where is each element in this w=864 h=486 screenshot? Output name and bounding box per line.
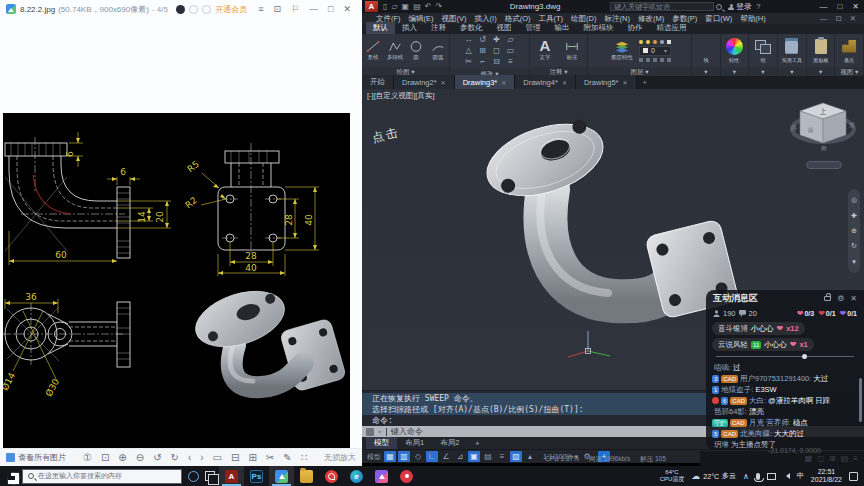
- ribbon-tab[interactable]: 注释: [424, 22, 453, 34]
- osnap-icon[interactable]: ▣: [468, 451, 480, 462]
- print-icon[interactable]: ⊟: [231, 449, 239, 467]
- clock[interactable]: 22:51 2021/8/22: [811, 468, 842, 484]
- viewport-controls-label[interactable]: [-][自定义视图][真实]: [367, 91, 435, 101]
- minimize-icon[interactable]: —: [304, 4, 323, 14]
- more-tools-icon[interactable]: ∷: [301, 449, 307, 467]
- chat-scrollbar[interactable]: [859, 378, 862, 422]
- modify-tool-icon[interactable]: △: [462, 46, 476, 57]
- close-icon[interactable]: ✕: [338, 4, 356, 14]
- file-tab[interactable]: Drawing4*✕: [515, 75, 576, 89]
- transparency-icon[interactable]: ▧: [510, 451, 522, 462]
- modify-tool-icon[interactable]: ✂: [462, 57, 476, 68]
- new-drawing-tab[interactable]: +: [637, 76, 653, 89]
- start-button[interactable]: [0, 466, 22, 486]
- text-tool[interactable]: A 文字: [533, 39, 557, 62]
- maximize-icon[interactable]: □: [832, 2, 847, 11]
- command-customize-icon[interactable]: [366, 428, 374, 436]
- basepoint-panel[interactable]: 基点 视图 ▾: [835, 34, 864, 76]
- viewcube-wcs-menu[interactable]: [806, 161, 842, 169]
- next-image-icon[interactable]: ›: [200, 449, 203, 467]
- chat-opacity-slider[interactable]: [716, 354, 854, 360]
- arc-tool[interactable]: 圆弧: [429, 40, 448, 62]
- heart-counter[interactable]: ❤ 0/1: [840, 309, 857, 318]
- dimension-tool[interactable]: 标注: [560, 40, 584, 62]
- layout-tab[interactable]: 模型: [366, 437, 397, 449]
- chat-close-icon[interactable]: ✕: [850, 294, 857, 303]
- modify-tool-icon[interactable]: ⌐: [476, 57, 490, 68]
- crop-icon[interactable]: ✂: [266, 449, 274, 467]
- minimize-icon[interactable]: —: [814, 2, 832, 11]
- help-search-input[interactable]: 键入关键字或短语: [610, 2, 714, 11]
- cpu-temp-widget[interactable]: 64°C CPU温度: [660, 469, 685, 483]
- chat-settings-icon[interactable]: ⚙: [837, 294, 844, 303]
- vip-button[interactable]: 开通会员: [215, 4, 247, 15]
- modify-tool-icon[interactable]: ✚: [490, 35, 504, 46]
- signin-button[interactable]: 登录: [736, 1, 752, 12]
- ribbon-tab[interactable]: 插入: [395, 22, 424, 34]
- original-size-icon[interactable]: ①: [83, 449, 92, 467]
- layout-tab[interactable]: 布局2: [432, 437, 467, 449]
- showmotion-icon[interactable]: ▾: [852, 258, 856, 266]
- doc-close-icon[interactable]: ✕: [846, 14, 860, 23]
- menu-icon[interactable]: ≡: [253, 4, 268, 14]
- layer-tool-icons[interactable]: [639, 58, 671, 62]
- inference-icon[interactable]: ◇: [412, 451, 424, 462]
- prev-image-icon[interactable]: ‹: [188, 449, 191, 467]
- close-tab-icon[interactable]: ✕: [501, 79, 506, 86]
- close-icon[interactable]: ✕: [847, 2, 864, 11]
- modify-tool-icon[interactable]: ≡: [504, 57, 518, 68]
- modify-tool-icon[interactable]: ⊟: [490, 57, 504, 68]
- open-file-icon[interactable]: ▱: [389, 2, 399, 11]
- file-tab[interactable]: Drawing3*✕: [455, 75, 516, 89]
- circle-tool-icon-2[interactable]: [202, 5, 211, 14]
- task-view-button[interactable]: [205, 471, 215, 481]
- layout-tab[interactable]: +: [467, 438, 487, 449]
- taskbar-app-imageviewer[interactable]: [269, 466, 294, 486]
- taskbar-app-video[interactable]: [319, 466, 344, 486]
- polar-icon[interactable]: ∠: [440, 451, 452, 462]
- autocad-logo-icon[interactable]: A: [365, 1, 378, 12]
- viewcube[interactable]: 上 前 西 南 东: [788, 97, 858, 157]
- copy-icon[interactable]: ⊞: [248, 449, 256, 467]
- zoom-in-icon[interactable]: ⊕: [118, 449, 126, 467]
- snap-icon[interactable]: ▥: [398, 451, 410, 462]
- doc-minimize-icon[interactable]: —: [816, 14, 832, 23]
- zoom-out-icon[interactable]: ⊖: [136, 449, 144, 467]
- otrack-icon[interactable]: ▤: [482, 451, 494, 462]
- rotate-left-icon[interactable]: ↺: [153, 449, 161, 467]
- ribbon-tab[interactable]: 精选应用: [650, 22, 694, 34]
- menu-item[interactable]: 窗口(W): [701, 14, 736, 24]
- taskbar-app-edge[interactable]: e: [344, 466, 369, 486]
- view-all-images-button[interactable]: 查看所有图片: [18, 452, 66, 463]
- lineweight-icon[interactable]: ≡: [496, 451, 508, 462]
- fit-window-icon[interactable]: ⊡: [268, 4, 286, 14]
- grid-icon[interactable]: ▦: [384, 451, 396, 462]
- microphone-icon[interactable]: [756, 473, 760, 480]
- weather-widget[interactable]: ☁ 22°C 多云: [691, 471, 736, 481]
- ribbon-tab[interactable]: 协作: [621, 22, 650, 34]
- annotation-scale-icon[interactable]: ▴: [524, 451, 536, 462]
- utilities-panel[interactable]: 实用工具 ▾: [778, 34, 807, 76]
- toolbox-menu-icon[interactable]: ≡: [853, 454, 858, 463]
- close-tab-icon[interactable]: ✕: [562, 79, 567, 86]
- circle-tool[interactable]: 圆: [407, 40, 426, 62]
- cortana-button[interactable]: [188, 471, 199, 482]
- toolbox-add-icon[interactable]: ⊞: [829, 454, 836, 463]
- taskbar-search-input[interactable]: 在这里输入你要搜索的内容: [22, 469, 182, 484]
- close-tab-icon[interactable]: ✕: [623, 79, 628, 86]
- redo-icon[interactable]: ↷: [433, 2, 444, 11]
- taskbar-app-autocad[interactable]: A: [219, 466, 244, 486]
- toolbox-list-icon[interactable]: ▤: [841, 454, 849, 463]
- ime-indicator[interactable]: 中: [797, 471, 804, 481]
- taskbar-app-explorer[interactable]: [294, 466, 319, 486]
- pen-bubble-icon[interactable]: [176, 5, 185, 14]
- taskbar-app-media[interactable]: [394, 466, 419, 486]
- file-tab[interactable]: Drawing2*✕: [394, 75, 455, 89]
- taskbar-app-photoshop[interactable]: Ps: [244, 466, 269, 486]
- layer-properties-tool[interactable]: 图层特性: [608, 40, 636, 62]
- layout-tab[interactable]: 布局1: [397, 437, 432, 449]
- notification-center-icon[interactable]: [849, 472, 858, 481]
- doc-restore-icon[interactable]: ⊡: [831, 14, 845, 23]
- ribbon-tab[interactable]: 参数化: [453, 22, 490, 34]
- menu-item[interactable]: 帮助(H): [736, 14, 769, 24]
